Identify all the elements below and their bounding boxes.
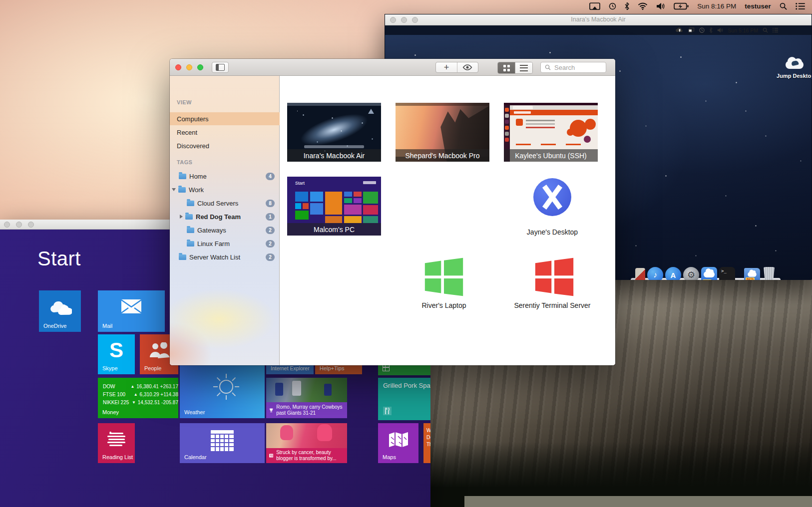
- notification-center-icon[interactable]: [773, 27, 779, 33]
- tile-onedrive[interactable]: OneDrive: [39, 290, 81, 332]
- clock-icon[interactable]: [699, 27, 705, 33]
- tile-news[interactable]: Struck by cancer, beauty blogger is tran…: [266, 423, 347, 463]
- player-shape: [324, 384, 332, 396]
- mini-site-logo: [514, 111, 531, 114]
- mini-menubar: [396, 103, 489, 106]
- list-view-button[interactable]: [515, 62, 532, 73]
- tile-skype[interactable]: S Skype: [98, 334, 135, 374]
- sidebar-tag-gateways[interactable]: Gateways 2: [170, 224, 280, 237]
- cloud-sync-icon[interactable]: [676, 27, 684, 33]
- displays-icon[interactable]: [688, 27, 695, 33]
- jump-desktop-window[interactable]: + VIEW Computers Recent: [170, 59, 615, 365]
- zoom-button[interactable]: [197, 64, 203, 70]
- stock-row: FTSE 100▲6,310.29 +114.38: [103, 391, 178, 399]
- tile-label: Maps: [383, 454, 396, 460]
- time-machine-icon[interactable]: [609, 2, 616, 10]
- disclosure-right-icon[interactable]: [180, 215, 183, 219]
- search-icon: [545, 64, 551, 70]
- itunes-dock-icon[interactable]: ♪: [647, 267, 663, 280]
- tile-reading-list[interactable]: Reading List: [98, 423, 135, 463]
- sidebar-tag-server-watch-list[interactable]: Server Watch List 2: [170, 251, 280, 263]
- computer-item-shepard[interactable]: Shepard's Macbook Pro: [396, 103, 489, 162]
- sidebar-item-discovered[interactable]: Discovered: [170, 139, 280, 152]
- disclosure-down-icon[interactable]: [172, 188, 176, 191]
- tag-label: Cloud Servers: [197, 200, 238, 207]
- x11-circle-icon: [533, 178, 571, 216]
- dock-app-icon[interactable]: [635, 268, 645, 280]
- toolbar-search-field[interactable]: [540, 62, 606, 73]
- sidebar-tag-linux-farm[interactable]: Linux Farm 2: [170, 237, 280, 250]
- close-button[interactable]: [175, 64, 181, 70]
- tag-count-badge: 2: [266, 254, 275, 261]
- computer-item-inara[interactable]: Inara's Macbook Air: [287, 103, 381, 162]
- app-store-dock-icon[interactable]: A: [665, 267, 681, 280]
- tile-food[interactable]: Grilled Pork Spar: [378, 378, 430, 420]
- mini-tile: [344, 192, 352, 197]
- toggle-sidebar-button[interactable]: [212, 62, 229, 73]
- battery-charging-icon[interactable]: [674, 2, 689, 10]
- sidebar-tag-home[interactable]: Home 4: [170, 170, 280, 183]
- volume-icon[interactable]: [656, 2, 665, 10]
- tile-money[interactable]: DOW▲16,380.41 +263.17 FTSE 100▲6,310.29 …: [98, 378, 178, 418]
- folder-icon: [179, 174, 186, 179]
- remote-clock[interactable]: Sun 5:16 PM: [728, 27, 758, 33]
- tile-orange-partial[interactable]: Wha Doct Thei: [423, 423, 430, 463]
- tile-label: People: [144, 365, 161, 371]
- terminal-dock-icon[interactable]: >_: [719, 267, 735, 280]
- grid-icon: [383, 364, 390, 371]
- jump-desktop-app-icon[interactable]: [784, 57, 806, 70]
- reading-list-icon: [106, 431, 126, 446]
- tile-sports-news[interactable]: Romo, Murray carry Cowboys past Giants 3…: [266, 378, 347, 418]
- fast-user-switching-menu[interactable]: testuser: [745, 2, 771, 10]
- spotlight-search-icon[interactable]: [763, 27, 768, 33]
- computer-item-malcom[interactable]: Start Malcom's PC: [287, 177, 381, 236]
- mini-links: [516, 144, 531, 145]
- tag-label: Work: [189, 186, 204, 194]
- computer-item-kaylee-pc[interactable]: [614, 177, 615, 236]
- person-shape: [317, 424, 332, 441]
- trash-dock-icon[interactable]: [762, 267, 776, 280]
- spotlight-search-icon[interactable]: [780, 2, 787, 10]
- tile-label: Money: [102, 409, 119, 415]
- remote-statusbar: Sun 5:16 PM: [676, 25, 779, 35]
- inactive-minimize-button[interactable]: [16, 222, 22, 228]
- volume-icon[interactable]: [717, 27, 723, 33]
- remote-window-titlebar[interactable]: Inara's Macbook Air: [385, 14, 812, 25]
- search-input[interactable]: [553, 63, 602, 72]
- bluetooth-icon[interactable]: [709, 27, 713, 33]
- tile-mail[interactable]: Mail: [98, 290, 165, 332]
- news-caption-bar: Struck by cancer, beauty blogger is tran…: [266, 448, 347, 463]
- jump-desktop-icon-label: Jump Desktop: [770, 73, 812, 79]
- jump-folder-dock-icon[interactable]: BETA: [744, 268, 760, 280]
- minimize-button[interactable]: [186, 64, 192, 70]
- jump-desktop-dock-icon[interactable]: BETA: [701, 267, 717, 280]
- folder-icon: [187, 201, 194, 206]
- sidebar-tag-work[interactable]: Work: [170, 183, 280, 196]
- bluetooth-icon[interactable]: [625, 2, 629, 10]
- sidebar-tag-red-dog-team[interactable]: Red Dog Team 1: [170, 210, 280, 223]
- computer-name-label: Kaylee's Ubuntu (SSH): [504, 149, 598, 162]
- add-computer-button[interactable]: +: [436, 62, 457, 72]
- notification-center-icon[interactable]: [796, 2, 805, 10]
- sidebar-item-computers[interactable]: Computers: [170, 112, 280, 125]
- quick-look-button[interactable]: [457, 64, 478, 70]
- folder-icon: [185, 214, 193, 220]
- sidebar-item-recent[interactable]: Recent: [170, 126, 280, 139]
- tile-calendar[interactable]: Calendar: [180, 423, 265, 463]
- display-mirroring-icon[interactable]: [589, 2, 600, 10]
- tile-maps[interactable]: Maps: [378, 423, 418, 463]
- inactive-close-button[interactable]: [4, 222, 10, 228]
- tile-label: Reading List: [102, 454, 133, 460]
- sidebar-tag-cloud-servers[interactable]: Cloud Servers 8: [170, 197, 280, 210]
- computer-item-kaylee-ubuntu[interactable]: Kaylee's Ubuntu (SSH): [504, 103, 598, 162]
- partial-text: Thei: [426, 441, 430, 448]
- inactive-zoom-button[interactable]: [28, 222, 34, 228]
- wallpaper-meadow: [464, 496, 812, 507]
- computer-item-jayne[interactable]: [505, 177, 599, 236]
- menubar-clock[interactable]: Sun 8:16 PM: [697, 2, 736, 10]
- cloud-shape: [704, 271, 715, 277]
- system-preferences-dock-icon[interactable]: ⚙: [683, 267, 699, 280]
- wifi-icon[interactable]: [638, 2, 648, 10]
- grid-view-button[interactable]: [498, 62, 515, 73]
- sidebar: VIEW Computers Recent Discovered TAGS Ho…: [170, 76, 280, 365]
